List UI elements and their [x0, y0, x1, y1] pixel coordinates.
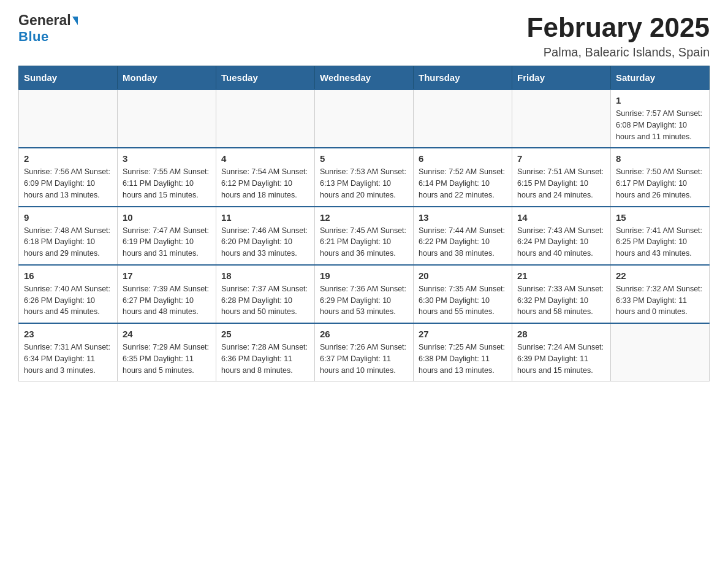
day-number: 10 [123, 212, 211, 223]
day-number: 23 [24, 329, 112, 339]
calendar-cell: 12Sunrise: 7:45 AM Sunset: 6:21 PM Dayli… [315, 207, 414, 265]
day-info: Sunrise: 7:32 AM Sunset: 6:33 PM Dayligh… [616, 283, 704, 318]
day-info: Sunrise: 7:40 AM Sunset: 6:26 PM Dayligh… [24, 283, 112, 318]
day-info: Sunrise: 7:41 AM Sunset: 6:25 PM Dayligh… [616, 225, 704, 259]
day-number: 3 [123, 153, 211, 164]
day-number: 17 [123, 270, 211, 281]
calendar-cell: 27Sunrise: 7:25 AM Sunset: 6:38 PM Dayli… [414, 323, 512, 381]
day-info: Sunrise: 7:26 AM Sunset: 6:37 PM Dayligh… [320, 342, 408, 376]
calendar-cell: 10Sunrise: 7:47 AM Sunset: 6:19 PM Dayli… [118, 207, 216, 265]
day-of-week-header: Thursday [414, 66, 512, 90]
day-info: Sunrise: 7:44 AM Sunset: 6:22 PM Dayligh… [419, 225, 507, 259]
calendar-week-row: 2Sunrise: 7:56 AM Sunset: 6:09 PM Daylig… [19, 148, 710, 206]
calendar-title: February 2025 [527, 12, 710, 43]
calendar-week-row: 9Sunrise: 7:48 AM Sunset: 6:18 PM Daylig… [19, 207, 710, 265]
logo-triangle-icon [72, 17, 78, 25]
logo-general-text: General [18, 12, 71, 29]
calendar-body: 1Sunrise: 7:57 AM Sunset: 6:08 PM Daylig… [19, 90, 710, 381]
calendar-cell: 22Sunrise: 7:32 AM Sunset: 6:33 PM Dayli… [611, 265, 710, 323]
calendar-cell: 2Sunrise: 7:56 AM Sunset: 6:09 PM Daylig… [19, 148, 118, 206]
day-of-week-header: Sunday [19, 66, 118, 90]
day-of-week-header: Friday [512, 66, 611, 90]
day-of-week-header: Wednesday [315, 66, 414, 90]
day-info: Sunrise: 7:52 AM Sunset: 6:14 PM Dayligh… [419, 166, 507, 201]
day-of-week-header: Saturday [611, 66, 710, 90]
day-number: 18 [221, 270, 309, 281]
day-number: 6 [419, 153, 507, 164]
calendar-cell: 20Sunrise: 7:35 AM Sunset: 6:30 PM Dayli… [414, 265, 512, 323]
calendar-cell: 28Sunrise: 7:24 AM Sunset: 6:39 PM Dayli… [512, 323, 611, 381]
calendar-cell: 19Sunrise: 7:36 AM Sunset: 6:29 PM Dayli… [315, 265, 414, 323]
day-number: 4 [221, 153, 309, 164]
day-number: 26 [320, 329, 408, 339]
calendar-cell: 23Sunrise: 7:31 AM Sunset: 6:34 PM Dayli… [19, 323, 118, 381]
day-number: 5 [320, 153, 408, 164]
title-block: February 2025 Palma, Balearic Islands, S… [527, 12, 710, 59]
day-info: Sunrise: 7:54 AM Sunset: 6:12 PM Dayligh… [221, 166, 309, 201]
day-of-week-header: Tuesday [216, 66, 315, 90]
calendar-cell: 5Sunrise: 7:53 AM Sunset: 6:13 PM Daylig… [315, 148, 414, 206]
day-info: Sunrise: 7:28 AM Sunset: 6:36 PM Dayligh… [221, 342, 309, 376]
day-of-week-header: Monday [118, 66, 216, 90]
calendar-cell: 16Sunrise: 7:40 AM Sunset: 6:26 PM Dayli… [19, 265, 118, 323]
calendar-cell [216, 90, 315, 148]
day-info: Sunrise: 7:31 AM Sunset: 6:34 PM Dayligh… [24, 342, 112, 376]
day-info: Sunrise: 7:53 AM Sunset: 6:13 PM Dayligh… [320, 166, 408, 201]
day-number: 25 [221, 329, 309, 339]
calendar-cell: 21Sunrise: 7:33 AM Sunset: 6:32 PM Dayli… [512, 265, 611, 323]
day-info: Sunrise: 7:57 AM Sunset: 6:08 PM Dayligh… [616, 108, 704, 142]
calendar-week-row: 1Sunrise: 7:57 AM Sunset: 6:08 PM Daylig… [19, 90, 710, 148]
day-number: 22 [616, 270, 704, 281]
day-number: 19 [320, 270, 408, 281]
calendar-cell: 25Sunrise: 7:28 AM Sunset: 6:36 PM Dayli… [216, 323, 315, 381]
day-info: Sunrise: 7:36 AM Sunset: 6:29 PM Dayligh… [320, 283, 408, 318]
calendar-cell [118, 90, 216, 148]
calendar-table: SundayMondayTuesdayWednesdayThursdayFrid… [18, 66, 710, 381]
logo-blue-text: Blue [18, 29, 49, 45]
day-number: 1 [616, 95, 704, 105]
day-number: 20 [419, 270, 507, 281]
day-info: Sunrise: 7:33 AM Sunset: 6:32 PM Dayligh… [517, 283, 605, 318]
logo: General Blue [18, 12, 78, 45]
calendar-cell: 8Sunrise: 7:50 AM Sunset: 6:17 PM Daylig… [611, 148, 710, 206]
day-info: Sunrise: 7:47 AM Sunset: 6:19 PM Dayligh… [123, 225, 211, 259]
calendar-cell: 15Sunrise: 7:41 AM Sunset: 6:25 PM Dayli… [611, 207, 710, 265]
day-number: 9 [24, 212, 112, 223]
day-info: Sunrise: 7:43 AM Sunset: 6:24 PM Dayligh… [517, 225, 605, 259]
day-info: Sunrise: 7:55 AM Sunset: 6:11 PM Dayligh… [123, 166, 211, 201]
day-number: 27 [419, 329, 507, 339]
day-number: 28 [517, 329, 605, 339]
day-info: Sunrise: 7:29 AM Sunset: 6:35 PM Dayligh… [123, 342, 211, 376]
calendar-cell: 1Sunrise: 7:57 AM Sunset: 6:08 PM Daylig… [611, 90, 710, 148]
calendar-header: SundayMondayTuesdayWednesdayThursdayFrid… [19, 66, 710, 90]
calendar-cell [512, 90, 611, 148]
calendar-cell: 4Sunrise: 7:54 AM Sunset: 6:12 PM Daylig… [216, 148, 315, 206]
day-info: Sunrise: 7:51 AM Sunset: 6:15 PM Dayligh… [517, 166, 605, 201]
day-info: Sunrise: 7:46 AM Sunset: 6:20 PM Dayligh… [221, 225, 309, 259]
day-info: Sunrise: 7:56 AM Sunset: 6:09 PM Dayligh… [24, 166, 112, 201]
day-info: Sunrise: 7:35 AM Sunset: 6:30 PM Dayligh… [419, 283, 507, 318]
day-number: 11 [221, 212, 309, 223]
calendar-cell: 26Sunrise: 7:26 AM Sunset: 6:37 PM Dayli… [315, 323, 414, 381]
day-number: 15 [616, 212, 704, 223]
calendar-cell: 3Sunrise: 7:55 AM Sunset: 6:11 PM Daylig… [118, 148, 216, 206]
day-number: 13 [419, 212, 507, 223]
day-number: 14 [517, 212, 605, 223]
calendar-cell: 11Sunrise: 7:46 AM Sunset: 6:20 PM Dayli… [216, 207, 315, 265]
calendar-cell: 6Sunrise: 7:52 AM Sunset: 6:14 PM Daylig… [414, 148, 512, 206]
day-number: 21 [517, 270, 605, 281]
calendar-cell: 9Sunrise: 7:48 AM Sunset: 6:18 PM Daylig… [19, 207, 118, 265]
page-header: General Blue February 2025 Palma, Balear… [18, 12, 710, 59]
calendar-cell [19, 90, 118, 148]
day-info: Sunrise: 7:45 AM Sunset: 6:21 PM Dayligh… [320, 225, 408, 259]
day-number: 12 [320, 212, 408, 223]
calendar-cell [414, 90, 512, 148]
calendar-cell: 24Sunrise: 7:29 AM Sunset: 6:35 PM Dayli… [118, 323, 216, 381]
day-number: 16 [24, 270, 112, 281]
day-number: 2 [24, 153, 112, 164]
calendar-cell: 14Sunrise: 7:43 AM Sunset: 6:24 PM Dayli… [512, 207, 611, 265]
day-info: Sunrise: 7:25 AM Sunset: 6:38 PM Dayligh… [419, 342, 507, 376]
header-row: SundayMondayTuesdayWednesdayThursdayFrid… [19, 66, 710, 90]
day-info: Sunrise: 7:50 AM Sunset: 6:17 PM Dayligh… [616, 166, 704, 201]
calendar-cell: 18Sunrise: 7:37 AM Sunset: 6:28 PM Dayli… [216, 265, 315, 323]
